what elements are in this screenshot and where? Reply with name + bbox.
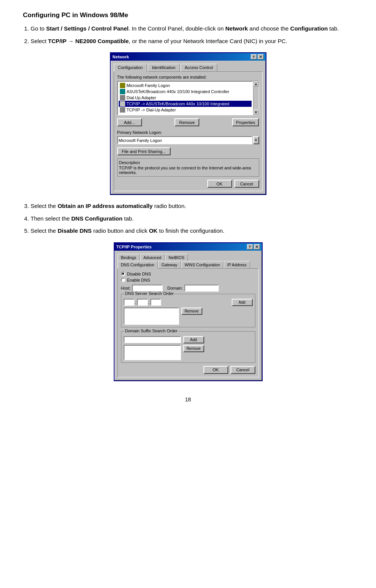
close-button[interactable]: ✕ [258, 54, 264, 60]
dns-ip-octet3[interactable] [150, 299, 161, 306]
enable-dns-row: Enable DNS [121, 278, 255, 282]
tcpip-tabs-row2: DNS Configuration Gateway WINS Configura… [118, 261, 259, 269]
dns-ip-octet1[interactable] [124, 299, 134, 306]
domain-suffix-list[interactable] [124, 345, 181, 360]
tab-advanced[interactable]: Advanced [140, 254, 165, 261]
primary-logon-label: Primary Network Logon: [117, 130, 259, 135]
dns-server-list[interactable] [124, 308, 179, 325]
tcpip-help-button[interactable]: ? [247, 244, 253, 250]
tcpip-ok-button[interactable]: OK [203, 366, 228, 374]
tab-identification[interactable]: Identification [148, 64, 180, 72]
tcpip-close-button[interactable]: ✕ [254, 244, 260, 250]
dns-add-button[interactable]: Add [232, 299, 253, 306]
host-input[interactable] [132, 285, 163, 292]
suffix-remove-button[interactable]: Remove [183, 345, 204, 352]
domain-suffix-input[interactable] [124, 336, 181, 343]
tcpip-dialog-title: TCP/IP Properties [116, 245, 152, 249]
tab-gateway[interactable]: Gateway [158, 261, 181, 269]
dns-server-group-title: DNS Server Search Order [124, 291, 175, 296]
description-title: Description [119, 160, 257, 165]
description-box: Description TCP/IP is the protocol you u… [117, 158, 259, 177]
dns-remove-button[interactable]: Remove [181, 308, 202, 315]
description-text: TCP/IP is the protocol you use to connec… [119, 166, 257, 175]
dns-server-group: DNS Server Search Order . . Add [121, 294, 255, 327]
tab-configuration[interactable]: Configuration [114, 64, 147, 72]
titlebar-buttons: ? ✕ [251, 54, 264, 60]
list-item: ASUSTeK/Broadcom 440x 10/100 Integrated … [119, 89, 252, 95]
dot1: . [135, 300, 136, 304]
tcpip-titlebar-buttons: ? ✕ [247, 244, 260, 250]
step-1: Go to Start / Settings / Control Panel. … [31, 24, 353, 33]
network-tabs: Configuration Identification Access Cont… [114, 64, 263, 72]
dot2: . [148, 300, 150, 304]
enable-dns-label: Enable DNS [127, 278, 150, 282]
scrollbar[interactable]: ▲ ▼ [253, 81, 259, 115]
list-item: Dial-Up Adapter [119, 95, 252, 101]
ok-button[interactable]: OK [207, 180, 232, 188]
add-button[interactable]: Add... [117, 118, 142, 126]
list-item: Microsoft Family Logon [119, 82, 252, 89]
step-2: Select TCP/IP → NE2000 Compatible, or th… [31, 37, 353, 46]
primary-logon-dropdown[interactable]: Microsoft Family Logon [117, 136, 252, 144]
domain-suffix-group: Domain Suffix Search Order Add Remove [121, 331, 255, 363]
tcpip-tabs-row1: Bindings Advanced NetBIOS [118, 254, 259, 261]
tab-ip-address[interactable]: IP Address [224, 261, 250, 269]
list-label: The following network components are ins… [117, 75, 259, 79]
list-item: TCP/IP -> Dial-Up Adapter [119, 107, 252, 113]
page-number: 18 [23, 396, 353, 403]
cancel-button[interactable]: Cancel [234, 180, 259, 188]
file-sharing-button[interactable]: File and Print Sharing... [117, 147, 171, 155]
tab-wins-configuration[interactable]: WINS Configuration [181, 261, 223, 269]
domain-suffix-group-title: Domain Suffix Search Order [124, 329, 178, 333]
network-dialog-screenshot: Network ? ✕ Configuration Identification… [23, 52, 353, 195]
tab-dns-configuration[interactable]: DNS Configuration [118, 261, 158, 269]
tab-bindings[interactable]: Bindings [118, 254, 140, 261]
tcpip-dialog-titlebar: TCP/IP Properties ? ✕ [115, 243, 262, 251]
disable-dns-row: Disable DNS [121, 272, 255, 276]
dns-ip-octet2[interactable] [137, 299, 148, 306]
enable-dns-radio[interactable] [121, 278, 125, 282]
properties-button[interactable]: Properties [232, 118, 259, 126]
tcpip-cancel-button[interactable]: Cancel [231, 366, 255, 374]
network-components-list[interactable]: Microsoft Family Logon ASUSTeK/Broadcom … [117, 81, 253, 115]
domain-input[interactable] [184, 285, 219, 292]
step-4: Then select the DNS Configuration tab. [31, 214, 353, 223]
remove-button[interactable]: Remove [174, 118, 199, 126]
tab-netbios[interactable]: NetBIOS [165, 254, 187, 261]
network-dialog-titlebar: Network ? ✕ [111, 53, 266, 61]
host-domain-row: Host: Domain: [121, 285, 255, 292]
list-item-selected: TCP/IP -> ASUSTeK/Broadcom 440x 10/100 I… [119, 101, 252, 107]
step-3: Select the Obtain an IP address automati… [31, 202, 353, 211]
dns-tab-content: Disable DNS Enable DNS Host: Domain: [118, 268, 259, 377]
help-button[interactable]: ? [251, 54, 257, 60]
host-label: Host: [121, 286, 131, 290]
page-title: Configuring PC in Windows 98/Me [23, 11, 353, 19]
domain-label: Domain: [167, 286, 183, 290]
tcpip-dialog-screenshot: TCP/IP Properties ? ✕ Bindings Advanced … [23, 242, 353, 381]
network-dialog-title: Network [113, 55, 129, 59]
disable-dns-label: Disable DNS [127, 272, 151, 276]
dropdown-arrow[interactable]: ▼ [253, 136, 259, 144]
disable-dns-radio[interactable] [121, 272, 125, 276]
ok-cancel-row: OK Cancel [121, 366, 255, 374]
step-5: Select the Disable DNS radio button and … [31, 227, 353, 235]
tab-access-control[interactable]: Access Control [181, 64, 217, 72]
suffix-add-button[interactable]: Add [183, 336, 204, 343]
